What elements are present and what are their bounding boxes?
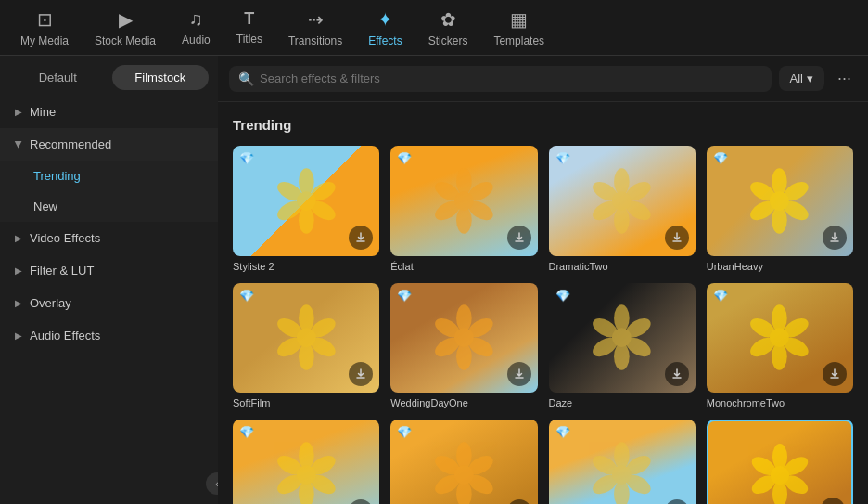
filter-label: All: [790, 71, 803, 85]
effect-name: MonochromeTwo: [707, 397, 853, 408]
search-icon: 🔍: [238, 71, 254, 86]
svg-point-10: [456, 207, 472, 234]
download-button[interactable]: [665, 362, 689, 386]
search-bar: 🔍 All ▾ ···: [218, 56, 868, 102]
recommended-chevron-icon: ▶: [14, 141, 24, 149]
sidebar-item-overlay-label: Overlay: [30, 296, 71, 310]
tab-filmstock[interactable]: Filmstock: [112, 65, 210, 90]
effect-card[interactable]: 💎SoftFilm: [233, 283, 379, 409]
sidebar-item-recommended[interactable]: ▶ Recommended: [0, 128, 218, 161]
stock-media-icon: ▶: [119, 8, 133, 31]
nav-stock-media[interactable]: ▶ Stock Media: [82, 3, 169, 53]
effect-card[interactable]: 💎DramaticTwo: [549, 146, 696, 272]
nav-stickers-label: Stickers: [428, 34, 468, 47]
sidebar-item-filter-lut[interactable]: ▶ Filter & LUT: [0, 254, 218, 287]
svg-point-34: [297, 329, 316, 348]
gem-icon: 💎: [239, 289, 254, 303]
sidebar-collapse-button[interactable]: ‹: [206, 472, 218, 495]
download-button[interactable]: [349, 226, 373, 250]
nav-my-media[interactable]: ⊡ My Media: [7, 3, 82, 53]
svg-point-7: [456, 168, 472, 195]
svg-point-6: [297, 191, 316, 211]
section-mine: ▶ Mine: [0, 96, 218, 128]
effects-area: Trending 💎Styliste 2💎Éclat💎DramaticTwo💎U…: [218, 102, 868, 504]
main-area: Default Filmstock ▶ Mine ▶ Recommended T…: [0, 56, 868, 504]
download-button[interactable]: [823, 362, 847, 386]
effect-card[interactable]: 💎MonochromeTwo: [707, 283, 853, 409]
gem-icon: 💎: [555, 151, 570, 165]
nav-effects[interactable]: ✦ Effects: [355, 3, 415, 53]
nav-stickers[interactable]: ✿ Stickers: [415, 3, 481, 53]
flower-thumbnail-svg: [730, 438, 830, 504]
svg-point-52: [772, 343, 788, 370]
effect-card[interactable]: 💎Daze: [549, 283, 696, 409]
sidebar-item-mine[interactable]: ▶ Mine: [0, 96, 218, 128]
svg-point-24: [772, 207, 788, 234]
flower-thumbnail-svg: [570, 162, 673, 239]
nav-titles[interactable]: T Titles: [223, 4, 275, 51]
nav-titles-label: Titles: [236, 32, 262, 45]
nav-transitions[interactable]: ⇢ Transitions: [275, 3, 355, 53]
video-effects-chevron-icon: ▶: [15, 233, 22, 243]
effect-card[interactable]: 💎Éclat: [390, 146, 537, 272]
svg-point-70: [614, 442, 630, 469]
download-button[interactable]: [349, 362, 373, 386]
svg-point-76: [612, 465, 632, 485]
svg-point-27: [770, 191, 789, 211]
svg-point-38: [456, 343, 472, 370]
stickers-icon: ✿: [440, 8, 456, 31]
download-button[interactable]: [507, 226, 531, 250]
svg-point-35: [456, 305, 472, 332]
sidebar-sub-new[interactable]: New: [0, 191, 218, 222]
effect-name: DramaticTwo: [549, 261, 696, 272]
gem-icon: 💎: [713, 289, 728, 303]
filter-lut-chevron-icon: ▶: [15, 265, 22, 276]
effect-card[interactable]: 💎UrbanHeavy: [707, 146, 853, 272]
more-options-button[interactable]: ···: [832, 65, 857, 92]
sidebar-item-overlay[interactable]: ▶ Overlay: [0, 287, 218, 319]
sidebar-item-filter-lut-label: Filter & LUT: [30, 264, 94, 278]
overlay-chevron-icon: ▶: [15, 298, 22, 308]
recommended-submenu: Trending New: [0, 161, 218, 222]
search-input-wrap: 🔍: [229, 66, 772, 92]
download-button[interactable]: [507, 362, 531, 386]
effects-icon: ✦: [377, 8, 393, 31]
effect-card[interactable]: 💎WeddingDayOne: [390, 283, 537, 409]
svg-point-3: [299, 207, 314, 234]
filter-dropdown[interactable]: All ▾: [779, 66, 824, 91]
svg-point-17: [614, 207, 630, 234]
nav-effects-label: Effects: [368, 34, 402, 47]
svg-point-42: [614, 305, 630, 332]
download-button[interactable]: [823, 226, 847, 250]
tab-default[interactable]: Default: [9, 65, 107, 90]
search-input[interactable]: [260, 71, 762, 85]
sidebar-item-video-effects[interactable]: ▶ Video Effects: [0, 222, 218, 254]
filter-chevron-icon: ▾: [807, 71, 813, 85]
templates-icon: ▦: [510, 8, 528, 31]
effect-card[interactable]: 💎Dramatic: [390, 420, 537, 504]
nav-templates[interactable]: ▦ Templates: [480, 3, 557, 53]
svg-point-48: [612, 329, 632, 348]
gem-icon: 💎: [555, 425, 570, 439]
gem-icon: 💎: [713, 151, 728, 165]
effect-card[interactable]: 💎Styliste 2: [233, 146, 379, 272]
effect-name: SoftFilm: [233, 397, 379, 408]
sidebar-tabs: Default Filmstock: [0, 56, 218, 96]
gem-icon: 💎: [397, 289, 412, 303]
my-media-icon: ⊡: [37, 8, 53, 31]
section-overlay: ▶ Overlay: [0, 287, 218, 319]
effect-card[interactable]: 💎ContrastTwo: [233, 420, 379, 504]
sidebar-item-audio-effects[interactable]: ▶ Audio Effects: [0, 319, 218, 352]
nav-audio[interactable]: ♫ Audio: [169, 3, 223, 52]
flower-thumbnail-svg: [728, 299, 831, 376]
section-video-effects: ▶ Video Effects: [0, 222, 218, 254]
sidebar-sub-trending[interactable]: Trending: [0, 161, 218, 191]
effect-card[interactable]: 💎UrbanHigh: [549, 420, 696, 504]
nav-templates-label: Templates: [493, 34, 544, 47]
effect-name: Daze: [549, 397, 696, 408]
svg-point-45: [614, 343, 630, 370]
effect-card[interactable]: Direction blur: [707, 420, 853, 504]
download-button[interactable]: [665, 226, 689, 250]
svg-point-21: [772, 168, 788, 195]
sidebar: Default Filmstock ▶ Mine ▶ Recommended T…: [0, 56, 218, 504]
